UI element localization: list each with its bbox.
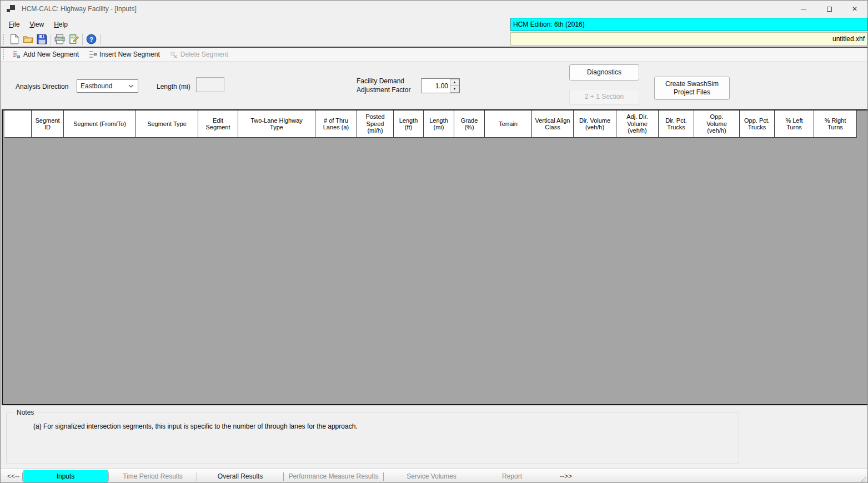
facility-demand-adjustment-label: Facility Demand Adjustment Factor	[357, 77, 410, 94]
grid-column-header[interactable]: Posted Speed (mi/h)	[357, 110, 394, 138]
toolbar-separator	[51, 34, 51, 45]
spinner-up-button[interactable]: ▲	[450, 79, 459, 86]
grid-column-header[interactable]: Grade (%)	[454, 110, 485, 138]
grid-column-header[interactable]: Terrain	[485, 110, 532, 138]
diagnostics-button[interactable]: Diagnostics	[569, 64, 639, 80]
tab-separator	[283, 472, 284, 481]
help-button[interactable]: ?	[84, 32, 98, 46]
analysis-direction-select[interactable]: Eastbound	[77, 79, 138, 93]
toolbar-grip	[3, 34, 5, 44]
tab-performance-measure-results[interactable]: Performance Measure Results	[284, 470, 383, 482]
open-file-icon	[23, 34, 33, 44]
tab-time-period-results[interactable]: Time Period Results	[109, 470, 196, 482]
save-button[interactable]	[35, 32, 49, 46]
tab-separator	[108, 472, 109, 481]
filename-field[interactable]: untitled.xhf	[510, 32, 867, 46]
grid-column-header[interactable]: Edit Segment	[198, 110, 238, 138]
print-button[interactable]	[53, 32, 67, 46]
menu-help[interactable]: Help	[49, 18, 73, 31]
tab-service-volumes[interactable]: Service Volumes	[384, 470, 479, 482]
edit-report-button[interactable]	[67, 32, 81, 46]
menu-view[interactable]: View	[24, 18, 49, 31]
window-title: HCM-CALC: Highway Facility - [Inputs]	[22, 5, 137, 13]
length-label: Length (mi)	[157, 83, 190, 90]
grid-header-row: Segment IDSegment (From/To)Segment TypeE…	[3, 110, 867, 138]
tab-separator	[383, 472, 384, 481]
notes-panel: Notes (a) For signalized intersection se…	[1, 405, 867, 469]
grid-column-header[interactable]: Segment (From/To)	[64, 110, 136, 138]
controls-panel: Analysis Direction Eastbound Length (mi)…	[1, 62, 867, 109]
insert-new-segment-button[interactable]: Insert New Segment	[83, 48, 164, 61]
segment-toolbar: Add New Segment Insert New Segment Delet…	[1, 48, 867, 62]
spinner-down-button[interactable]: ▼	[450, 86, 459, 93]
grid-column-header[interactable]: Length (ft)	[394, 110, 424, 138]
grid-column-header[interactable]: Dir. Volume (veh/h)	[574, 110, 616, 138]
menu-bar: FileViewHelp	[1, 17, 509, 32]
bottom-bar: <<-- InputsTime Period ResultsOverall Re…	[1, 469, 867, 483]
chevron-down-icon	[128, 84, 134, 88]
save-icon	[37, 34, 47, 44]
delete-segment-label: Delete Segment	[180, 51, 228, 58]
grid-column-header[interactable]: Length (mi)	[424, 110, 454, 138]
hcm-edition-banner: HCM Edition: 6th (2016)	[510, 18, 867, 31]
grid-column-header[interactable]: % Left Turns	[775, 110, 814, 138]
insert-new-segment-label: Insert New Segment	[99, 51, 160, 58]
toolbar-separator	[100, 34, 101, 45]
notes-group: Notes (a) For signalized intersection se…	[6, 412, 739, 464]
length-input[interactable]	[196, 77, 224, 92]
grid-column-header[interactable]: Dir. Pct. Trucks	[659, 110, 694, 138]
analysis-direction-label: Analysis Direction	[16, 83, 68, 90]
analysis-direction-value: Eastbound	[81, 82, 112, 90]
insert-segment-icon	[88, 50, 97, 59]
grid-column-header[interactable]: Adj. Dir. Volume (veh/h)	[616, 110, 659, 138]
tab-inputs[interactable]: Inputs	[23, 470, 108, 482]
delete-segment-button[interactable]: Delete Segment	[164, 48, 233, 61]
new-file-button[interactable]	[7, 32, 21, 46]
two-plus-one-section-button[interactable]: 2 + 1 Section	[569, 89, 639, 105]
arrow-up-icon: ▲	[453, 81, 456, 84]
grid-column-header[interactable]: Opp. Pct. Trucks	[740, 110, 775, 138]
title-bar: HCM-CALC: Highway Facility - [Inputs] ✕	[1, 1, 867, 17]
close-icon: ✕	[852, 5, 857, 13]
create-swashsim-button[interactable]: Create SwashSim Project Files	[654, 77, 730, 100]
grid-column-header[interactable]: % Right Turns	[814, 110, 857, 138]
tab-overall-results[interactable]: Overall Results	[198, 470, 283, 482]
tab-report[interactable]: Report	[479, 470, 545, 482]
add-new-segment-button[interactable]: Add New Segment	[7, 48, 83, 61]
delete-segment-icon	[169, 50, 178, 59]
menu-file[interactable]: File	[4, 18, 24, 31]
segments-data-grid: Segment IDSegment (From/To)Segment TypeE…	[2, 109, 867, 405]
facility-demand-adjustment-spinner[interactable]: ▲ ▼	[421, 78, 460, 93]
print-icon	[54, 34, 65, 44]
notes-text: (a) For signalized intersection segments…	[33, 422, 358, 430]
resize-grip-icon[interactable]	[861, 477, 866, 482]
nav-forward-button[interactable]: -->>	[558, 472, 574, 480]
close-button[interactable]: ✕	[842, 1, 867, 17]
grid-column-header[interactable]: # of Thru Lanes (a)	[315, 110, 357, 138]
minimize-button[interactable]	[791, 1, 816, 17]
main-toolbar: ?	[1, 32, 509, 47]
add-segment-icon	[12, 50, 21, 59]
grid-body	[3, 138, 867, 404]
grid-column-header[interactable]: Segment ID	[32, 110, 64, 138]
minimize-icon	[801, 9, 806, 9]
maximize-button[interactable]	[816, 1, 842, 17]
tab-separator	[197, 472, 197, 481]
toolbar-grip	[3, 49, 5, 59]
app-icon	[7, 4, 16, 13]
grid-column-header[interactable]: Vertical Align Class	[532, 110, 574, 138]
add-new-segment-label: Add New Segment	[23, 51, 79, 58]
grid-column-header[interactable]: Opp. Volume (veh/h)	[694, 110, 740, 138]
help-icon: ?	[86, 34, 97, 44]
facility-demand-adjustment-input[interactable]	[422, 79, 450, 93]
arrow-down-icon: ▼	[453, 88, 456, 90]
grid-row-header[interactable]	[4, 110, 32, 138]
svg-text:?: ?	[89, 36, 93, 43]
edit-report-icon	[68, 34, 79, 44]
grid-column-header[interactable]: Segment Type	[136, 110, 198, 138]
grid-column-header[interactable]: Two-Lane Highway Type	[238, 110, 315, 138]
open-file-button[interactable]	[21, 32, 35, 46]
toolbar-separator	[82, 34, 83, 45]
tab-separator	[22, 472, 23, 481]
nav-back-button[interactable]: <<--	[5, 472, 22, 480]
